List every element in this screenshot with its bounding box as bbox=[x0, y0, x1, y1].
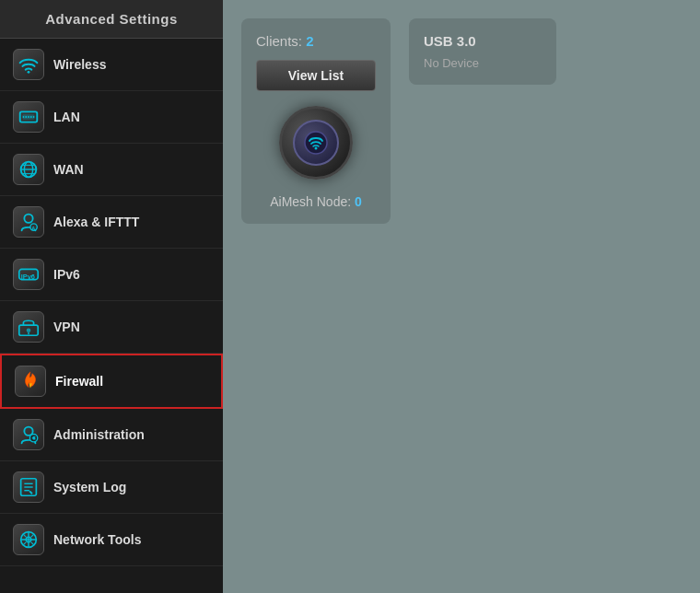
svg-text:IPv6: IPv6 bbox=[21, 273, 35, 281]
sidebar-item-label: IPv6 bbox=[53, 267, 80, 282]
view-list-button[interactable]: View List bbox=[256, 60, 376, 91]
sidebar-item-vpn[interactable]: VPN bbox=[0, 301, 223, 354]
sidebar-item-lan[interactable]: LAN bbox=[0, 91, 223, 144]
wifi-icon bbox=[13, 49, 44, 80]
clients-count: 2 bbox=[306, 33, 313, 49]
svg-point-0 bbox=[28, 71, 30, 74]
svg-point-19 bbox=[27, 328, 31, 332]
clients-label: Clients: 2 bbox=[256, 33, 314, 49]
wan-icon bbox=[13, 154, 44, 185]
sidebar-item-wireless[interactable]: Wireless bbox=[0, 39, 223, 91]
lan-icon bbox=[13, 101, 44, 133]
vpn-icon bbox=[13, 311, 44, 343]
ipv6-icon: IPv6 bbox=[13, 259, 44, 290]
networktools-icon bbox=[13, 524, 44, 555]
sidebar-item-label: LAN bbox=[53, 110, 80, 124]
sidebar-item-administration[interactable]: Administration bbox=[0, 409, 223, 461]
firewall-icon bbox=[15, 366, 46, 397]
alexa-icon: A bbox=[13, 206, 44, 238]
sidebar-item-label: Wireless bbox=[53, 57, 106, 72]
main-content: Clients: 2 View List AiMesh Node: 0 USB … bbox=[223, 0, 700, 593]
sidebar-item-networktools[interactable]: Network Tools bbox=[0, 514, 223, 566]
sidebar-item-label: Firewall bbox=[55, 374, 103, 389]
sidebar-item-label: Network Tools bbox=[53, 532, 141, 547]
router-icon bbox=[279, 106, 353, 180]
sidebar-item-label: System Log bbox=[53, 480, 126, 494]
sidebar-item-ipv6[interactable]: IPv6 IPv6 bbox=[0, 249, 223, 301]
sidebar-item-firewall[interactable]: Firewall bbox=[0, 354, 223, 409]
sidebar-item-wan[interactable]: WAN bbox=[0, 144, 223, 196]
usb-status: No Device bbox=[424, 56, 479, 70]
sidebar-item-label: Alexa & IFTTT bbox=[53, 215, 139, 229]
sidebar: Advanced Settings Wireless L bbox=[0, 0, 223, 593]
sidebar-header: Advanced Settings bbox=[0, 0, 223, 39]
sidebar-item-alexa[interactable]: A Alexa & IFTTT bbox=[0, 196, 223, 249]
clients-card: Clients: 2 View List AiMesh Node: 0 bbox=[241, 18, 391, 224]
aimesh-label: AiMesh Node: 0 bbox=[270, 194, 362, 209]
svg-text:A: A bbox=[31, 226, 35, 231]
administration-icon bbox=[13, 419, 44, 450]
aimesh-count: 0 bbox=[355, 194, 362, 209]
sidebar-item-label: Administration bbox=[53, 427, 145, 442]
sidebar-item-label: WAN bbox=[53, 162, 84, 177]
svg-point-30 bbox=[315, 147, 318, 150]
systemlog-icon bbox=[13, 471, 44, 503]
usb-card: USB 3.0 No Device bbox=[409, 18, 556, 85]
sidebar-item-systemlog[interactable]: System Log bbox=[0, 461, 223, 514]
router-icon-inner bbox=[293, 120, 339, 166]
svg-point-13 bbox=[24, 215, 32, 223]
usb-title: USB 3.0 bbox=[424, 33, 476, 49]
sidebar-item-label: VPN bbox=[53, 320, 80, 334]
